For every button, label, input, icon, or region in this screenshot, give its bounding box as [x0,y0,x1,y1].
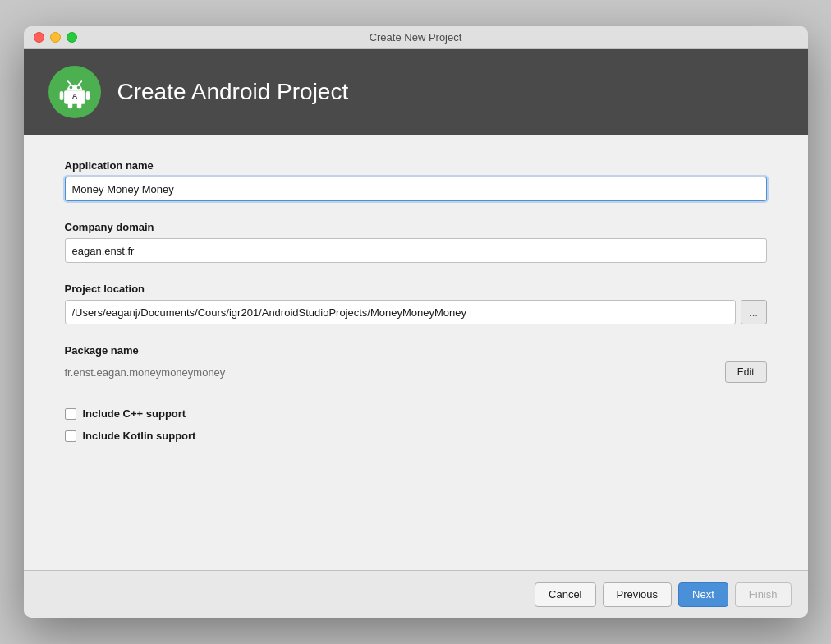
svg-text:A: A [71,92,77,100]
application-name-group: Application name [65,159,767,201]
svg-rect-8 [76,103,81,108]
cpp-support-item[interactable]: Include C++ support [65,407,767,420]
svg-rect-5 [59,91,63,100]
package-name-value: fr.enst.eagan.moneymoneymoney [65,366,226,379]
previous-button[interactable]: Previous [603,582,673,607]
minimize-button[interactable] [50,32,61,43]
company-domain-group: Company domain [65,221,767,263]
project-location-label: Project location [65,283,767,295]
cpp-support-label: Include C++ support [83,407,186,420]
header-title: Create Android Project [117,79,349,105]
company-domain-input[interactable] [65,238,767,263]
project-location-row: ... [65,300,767,324]
kotlin-support-item[interactable]: Include Kotlin support [65,430,767,442]
browse-button[interactable]: ... [741,300,767,324]
android-logo: A [48,66,101,118]
project-location-input[interactable] [65,300,736,324]
edit-package-button[interactable]: Edit [725,361,767,383]
finish-button[interactable]: Finish [735,582,792,607]
company-domain-label: Company domain [65,221,767,233]
checkbox-group: Include C++ support Include Kotlin suppo… [65,407,767,442]
kotlin-support-label: Include Kotlin support [83,430,196,442]
svg-rect-7 [67,103,72,108]
package-name-label: Package name [65,344,767,356]
traffic-lights [34,32,77,43]
svg-line-4 [78,81,81,85]
header: A Create Android Project [24,49,808,135]
android-icon: A [57,74,93,110]
svg-line-3 [67,81,71,85]
package-name-group: Package name fr.enst.eagan.moneymoneymon… [65,344,767,383]
footer: Cancel Previous Next Finish [24,570,808,618]
svg-point-2 [76,86,80,90]
svg-rect-6 [85,91,90,100]
package-name-row: fr.enst.eagan.moneymoneymoney Edit [65,361,767,383]
cancel-button[interactable]: Cancel [535,582,595,607]
close-button[interactable] [34,32,44,43]
kotlin-support-checkbox[interactable] [65,430,76,442]
application-name-label: Application name [65,159,767,172]
svg-point-1 [69,86,72,90]
application-name-input[interactable] [65,177,767,201]
maximize-button[interactable] [67,32,77,43]
form-content: Application name Company domain Project … [24,135,808,570]
main-window: Create New Project [24,26,808,618]
cpp-support-checkbox[interactable] [65,408,76,420]
title-bar: Create New Project [24,26,808,49]
project-location-group: Project location ... [65,283,767,324]
window-title: Create New Project [370,31,462,44]
next-button[interactable]: Next [678,582,728,607]
